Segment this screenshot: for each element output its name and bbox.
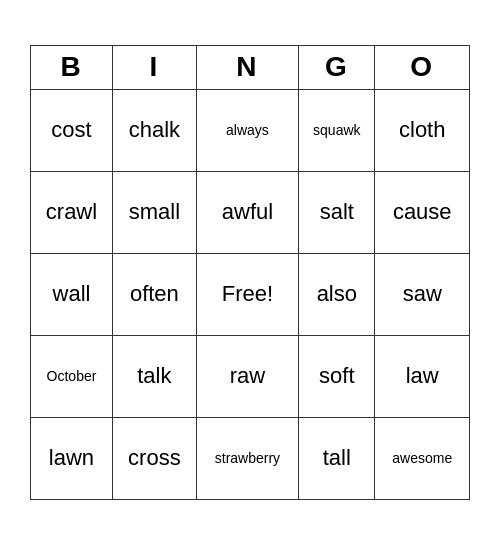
cell-r1c5: cloth — [375, 89, 470, 171]
cell-r1c3: always — [196, 89, 298, 171]
table-row: cost chalk always squawk cloth — [31, 89, 470, 171]
cell-r2c5: cause — [375, 171, 470, 253]
cell-r3c3-free: Free! — [196, 253, 298, 335]
cell-r3c2: often — [112, 253, 196, 335]
header-n: N — [196, 45, 298, 89]
cell-r2c4: salt — [299, 171, 375, 253]
cell-r5c2: cross — [112, 417, 196, 499]
table-row: October talk raw soft law — [31, 335, 470, 417]
cell-r1c1: cost — [31, 89, 113, 171]
cell-r2c1: crawl — [31, 171, 113, 253]
cell-r2c3: awful — [196, 171, 298, 253]
bingo-card: B I N G O cost chalk always squawk cloth… — [20, 35, 480, 510]
cell-r3c4: also — [299, 253, 375, 335]
cell-r4c2: talk — [112, 335, 196, 417]
table-row: wall often Free! also saw — [31, 253, 470, 335]
header-b: B — [31, 45, 113, 89]
cell-r4c4: soft — [299, 335, 375, 417]
cell-r1c4: squawk — [299, 89, 375, 171]
cell-r3c1: wall — [31, 253, 113, 335]
cell-r4c1: October — [31, 335, 113, 417]
table-row: crawl small awful salt cause — [31, 171, 470, 253]
header-g: G — [299, 45, 375, 89]
cell-r4c3: raw — [196, 335, 298, 417]
header-o: O — [375, 45, 470, 89]
cell-r5c4: tall — [299, 417, 375, 499]
cell-r1c2: chalk — [112, 89, 196, 171]
cell-r4c5: law — [375, 335, 470, 417]
table-row: lawn cross strawberry tall awesome — [31, 417, 470, 499]
header-row: B I N G O — [31, 45, 470, 89]
cell-r5c1: lawn — [31, 417, 113, 499]
cell-r3c5: saw — [375, 253, 470, 335]
cell-r5c5: awesome — [375, 417, 470, 499]
header-i: I — [112, 45, 196, 89]
cell-r2c2: small — [112, 171, 196, 253]
bingo-table: B I N G O cost chalk always squawk cloth… — [30, 45, 470, 500]
cell-r5c3: strawberry — [196, 417, 298, 499]
